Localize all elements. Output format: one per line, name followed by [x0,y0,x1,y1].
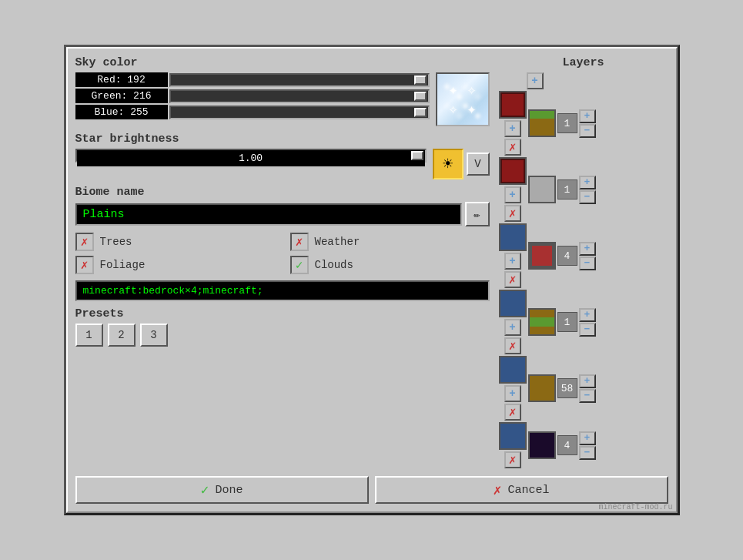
done-button[interactable]: ✓ Done [75,476,369,504]
layer-add-btn-2[interactable]: + [504,186,521,203]
layer-add-btn-5[interactable]: + [504,385,521,402]
brightness-handle[interactable] [411,151,423,160]
block-obsidian-6[interactable] [528,431,556,459]
layer-plus-2[interactable]: + [579,176,596,189]
v-button[interactable]: V [467,153,490,176]
green-slider-handle[interactable] [414,92,427,101]
trees-checkbox-item: Trees [75,233,275,251]
foliage-checkbox[interactable] [75,256,94,274]
layer-del-btn-6[interactable]: ✗ [504,451,521,468]
block-redstone-2[interactable] [499,157,527,185]
red-slider[interactable] [169,73,430,87]
checkbox-grid: Trees Weather Foliage Clouds [75,233,490,274]
block-redstone-1[interactable] [499,91,527,119]
star-brightness-section: Star brightness 1.00 ☀ V [75,132,490,179]
layer-add-top-button[interactable]: + [527,72,544,89]
brightness-slider[interactable]: 1.00 [75,149,427,163]
trees-checkbox[interactable] [75,233,94,251]
bottom-buttons: ✓ Done ✗ Cancel [75,476,668,504]
cancel-label: Cancel [507,484,549,497]
layer-del-btn-1[interactable]: ✗ [504,139,521,156]
layers-panel: Layers + + ✗ 1 + [499,56,668,468]
layer-add-btn-4[interactable]: + [504,319,521,336]
block-blue-5[interactable] [499,356,527,384]
sky-color-section: Sky color Red: 192 Green: 216 [75,56,490,126]
preset-button-3[interactable]: 3 [140,324,168,347]
green-slider-row: Green: 216 [75,89,430,103]
layer-add-btn-1[interactable]: + [504,120,521,137]
layer-count-6: 4 [557,435,577,455]
block-grass-1[interactable] [528,109,556,137]
table-row: + ✗ 1 + − [499,157,668,222]
block-grassdirt-4[interactable] [528,308,556,336]
block-redore-3[interactable] [528,242,556,270]
clouds-label: Clouds [315,259,353,271]
layer-count-2: 1 [557,179,577,200]
cancel-button[interactable]: ✗ Cancel [375,476,668,504]
block-blue-4[interactable] [499,290,527,317]
layer-plus-1[interactable]: + [579,109,596,123]
star-controls: 1.00 [75,149,427,163]
weather-label: Weather [315,236,360,248]
sky-preview: ✦ ✧✧ ✦ [436,72,490,126]
table-row: + ✗ 1 + − [499,91,668,156]
command-text: minecraft:bedrock×4;minecraft; [75,280,490,301]
checkmark-icon: ✓ [201,481,209,498]
presets-title: Presets [75,307,490,320]
table-row: ✗ 4 + − [499,422,668,468]
preset-button-1[interactable]: 1 [75,324,103,347]
block-dirt-5[interactable] [528,374,556,402]
green-slider[interactable] [169,89,430,103]
layer-top-add: + [499,72,668,89]
presets-buttons: 1 2 3 [75,324,490,347]
layer-del-btn-4[interactable]: ✗ [504,337,521,354]
clouds-checkbox-item: Clouds [290,256,490,274]
blue-label: Blue: 255 [75,105,168,119]
blue-slider[interactable] [169,106,430,119]
star-brightness-title: Star brightness [75,132,490,146]
layer-minus-1[interactable]: − [579,124,596,138]
layer-del-btn-2[interactable]: ✗ [504,205,521,222]
sky-color-title: Sky color [75,56,490,69]
layer-add-btn-3[interactable]: + [504,253,521,270]
blue-slider-row: Blue: 255 [75,105,430,119]
layer-minus-6[interactable]: − [579,446,596,460]
red-slider-handle[interactable] [414,75,427,85]
done-label: Done [215,484,243,497]
star-icons: ☀ V [433,149,490,179]
table-row: + ✗ 4 + − [499,223,668,288]
sparkle-icon: ✦ ✧✧ ✦ [448,80,476,119]
block-blue-3[interactable] [499,223,527,251]
biome-name-title: Biome name [75,186,490,199]
layer-count-1: 1 [557,113,577,133]
layer-plus-4[interactable]: + [579,308,596,322]
layer-minus-2[interactable]: − [579,190,596,204]
layer-plus-6[interactable]: + [579,431,596,445]
biome-name-input[interactable] [75,203,462,226]
layer-del-btn-3[interactable]: ✗ [504,271,521,288]
layer-pm-6: + − [579,431,596,460]
table-row: + ✗ 1 + − [499,290,668,354]
block-stone-2[interactable] [528,176,556,203]
block-blue-6[interactable] [499,422,527,450]
weather-checkbox[interactable] [290,233,309,251]
layer-count-4: 1 [557,312,577,332]
preset-button-2[interactable]: 2 [108,324,136,347]
layer-minus-5[interactable]: − [579,389,596,403]
layer-minus-3[interactable]: − [579,257,596,270]
sky-sliders: Red: 192 Green: 216 [75,72,430,121]
layer-plus-3[interactable]: + [579,242,596,256]
blue-slider-handle[interactable] [414,108,427,117]
edit-biome-button[interactable]: ✏ [465,202,490,226]
layer-plus-5[interactable]: + [579,374,596,388]
layer-del-btn-5[interactable]: ✗ [504,404,521,421]
weather-checkbox-item: Weather [290,233,490,251]
layer-pm-4: + − [579,308,596,337]
layer-minus-4[interactable]: − [579,323,596,337]
layer-count-3: 4 [557,246,577,266]
clouds-checkbox[interactable] [290,256,309,274]
red-slider-row: Red: 192 [75,72,430,87]
red-label: Red: 192 [75,72,168,87]
layer-pm-3: + − [579,242,596,270]
layer-pm-1: + − [579,109,596,138]
